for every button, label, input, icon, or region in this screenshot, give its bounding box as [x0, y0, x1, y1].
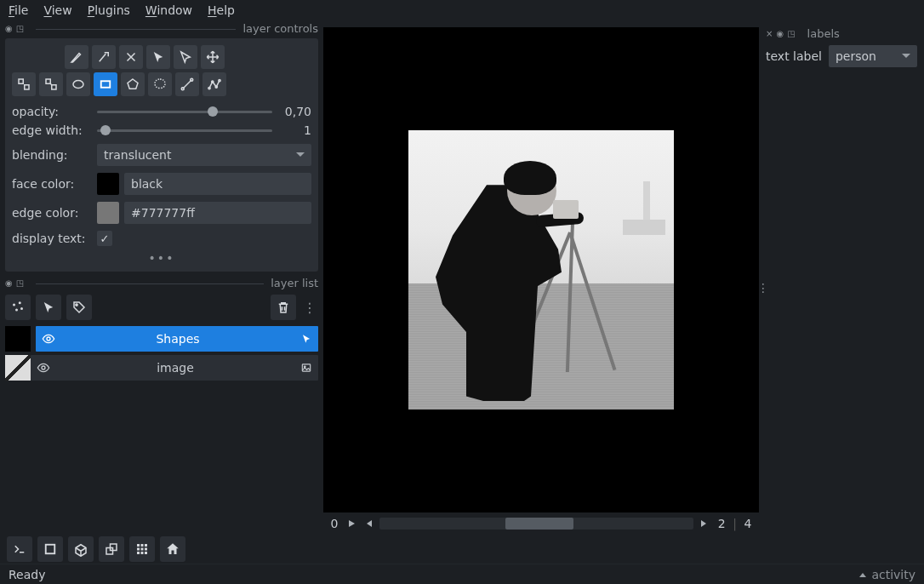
blending-select[interactable]: translucent	[97, 144, 311, 166]
edge-color-label: edge color:	[12, 206, 88, 220]
bottom-toolbar	[0, 535, 924, 564]
roll-button[interactable]	[68, 536, 94, 562]
layer-type-icon	[294, 362, 318, 374]
tool-line[interactable]	[175, 72, 199, 96]
viewer-menu-icon[interactable]: ⋮	[757, 281, 769, 295]
layer-rows: Shapes image	[5, 325, 318, 383]
eye-toggle-icon[interactable]: ◉	[776, 29, 784, 38]
opacity-label: opacity:	[12, 105, 88, 118]
svg-rect-26	[145, 544, 147, 547]
svg-point-14	[15, 309, 18, 312]
step-forward-button[interactable]	[699, 518, 710, 530]
frame-end: 2	[716, 517, 727, 530]
transpose-button[interactable]	[99, 536, 124, 562]
text-label-select[interactable]: person	[829, 45, 917, 67]
popout-icon[interactable]: ◳	[787, 29, 795, 38]
svg-rect-5	[101, 81, 111, 88]
visibility-toggle-icon[interactable]	[31, 361, 56, 375]
frame-max: 4	[742, 517, 754, 530]
close-panel-icon[interactable]: ×	[766, 29, 773, 38]
menu-plugins[interactable]: Plugins	[88, 3, 130, 17]
new-shapes-button[interactable]	[36, 295, 61, 320]
activity-indicator[interactable]: activity	[859, 568, 915, 581]
face-color-swatch[interactable]	[97, 173, 119, 195]
layer-controls-panel: opacity: 0,70 edge width: 1 blending: tr…	[5, 38, 318, 272]
svg-point-13	[19, 301, 21, 304]
menu-bar: File View Plugins Window Help	[0, 0, 924, 22]
menu-window[interactable]: Window	[145, 3, 192, 17]
center-panel: ⋮ 0 2 | 4	[323, 27, 759, 535]
tool-close[interactable]	[119, 45, 143, 69]
status-text: Ready	[9, 568, 45, 581]
svg-rect-30	[137, 552, 140, 554]
layer-list-toolbar: ⋮	[5, 295, 318, 320]
popout-icon[interactable]: ◳	[16, 278, 24, 288]
menu-file[interactable]: File	[9, 3, 28, 17]
canvas-viewport[interactable]	[323, 27, 759, 512]
display-text-checkbox[interactable]: ✓	[97, 231, 112, 246]
tool-rectangle[interactable]	[94, 72, 117, 96]
eye-toggle-icon[interactable]: ◉	[5, 278, 13, 288]
svg-point-18	[42, 366, 45, 369]
layer-list-menu-icon[interactable]: ⋮	[301, 300, 318, 316]
svg-rect-27	[137, 548, 140, 551]
svg-rect-32	[145, 552, 147, 554]
svg-rect-21	[46, 545, 55, 554]
svg-rect-19	[302, 364, 310, 371]
layer-controls-label: layer controls	[242, 22, 318, 35]
edge-color-input[interactable]: #777777ff	[124, 202, 311, 224]
svg-point-17	[47, 337, 50, 341]
tool-transform[interactable]	[92, 45, 116, 69]
menu-view[interactable]: View	[43, 3, 71, 17]
timeline-bar: 0 2 | 4	[323, 512, 759, 535]
tool-pan-zoom[interactable]	[65, 45, 88, 69]
tool-shape-unlink[interactable]	[39, 72, 63, 96]
console-button[interactable]	[7, 536, 32, 562]
visibility-toggle-icon[interactable]	[36, 332, 61, 346]
layer-name: image	[56, 361, 294, 375]
display-text-label: display text:	[12, 232, 88, 245]
tool-path[interactable]	[202, 72, 226, 96]
tool-select-solid[interactable]	[146, 45, 170, 69]
more-options-icon[interactable]: •••	[12, 251, 311, 265]
property-grid-2: blending: translucent face color: black …	[12, 144, 311, 246]
tool-row-2	[12, 72, 311, 96]
eye-toggle-icon[interactable]: ◉	[5, 24, 13, 33]
opacity-value: 0,70	[281, 105, 311, 118]
edge-width-slider[interactable]	[97, 123, 272, 137]
tool-ellipse[interactable]	[66, 72, 90, 96]
new-labels-button[interactable]	[66, 295, 92, 320]
delete-layer-button[interactable]	[271, 295, 296, 320]
layer-row-image[interactable]: image	[5, 354, 318, 381]
svg-point-16	[76, 304, 77, 306]
tool-select-outline[interactable]	[174, 45, 197, 69]
tool-lasso[interactable]	[148, 72, 172, 96]
layer-row-shapes[interactable]: Shapes	[5, 325, 318, 352]
labels-label: labels	[807, 27, 840, 40]
tool-polygon[interactable]	[121, 72, 145, 96]
home-button[interactable]	[160, 536, 185, 562]
step-back-button[interactable]	[362, 518, 374, 530]
image-canvas	[408, 130, 674, 409]
svg-rect-1	[25, 85, 29, 89]
frame-start: 0	[328, 517, 340, 530]
opacity-slider[interactable]	[97, 105, 272, 118]
layer-controls-title: ◉ ◳ layer controls	[5, 22, 318, 35]
svg-rect-25	[141, 544, 144, 547]
play-button[interactable]	[345, 518, 357, 530]
new-points-button[interactable]	[5, 295, 31, 320]
ndisplay-button[interactable]	[37, 536, 63, 562]
edge-color-swatch[interactable]	[97, 202, 119, 224]
grid-button[interactable]	[129, 536, 155, 562]
edge-width-label: edge width:	[12, 123, 88, 137]
svg-rect-2	[46, 79, 50, 83]
frame-slider[interactable]	[379, 518, 693, 530]
status-bar: Ready activity	[0, 564, 924, 584]
face-color-input[interactable]: black	[124, 173, 311, 195]
tool-move[interactable]	[201, 45, 225, 69]
tool-shape-link[interactable]	[12, 72, 36, 96]
menu-help[interactable]: Help	[208, 3, 235, 17]
popout-icon[interactable]: ◳	[16, 24, 24, 33]
text-label-caption: text label	[766, 49, 822, 63]
svg-point-15	[20, 307, 23, 310]
